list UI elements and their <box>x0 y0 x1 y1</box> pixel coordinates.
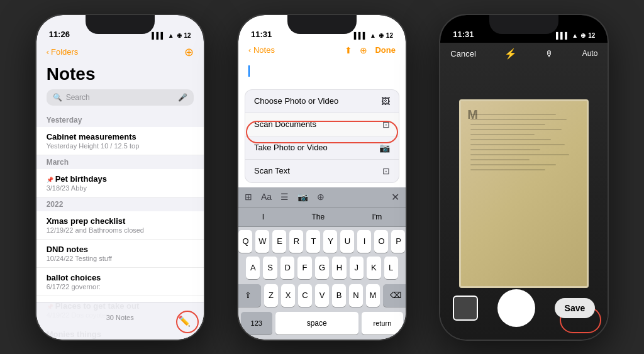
phone-notes-list: 11:26 ▌▌▌ ▲ ⊕ 12 ‹ Folders ⊕ Notes <box>35 14 205 341</box>
document-inner: M <box>461 101 587 286</box>
toolbar-format-icon[interactable]: Aa <box>261 192 272 202</box>
share-icon[interactable]: ⬆ <box>345 45 352 55</box>
status-time-1: 11:26 <box>49 30 70 39</box>
search-mic-icon[interactable]: 🎤 <box>178 93 187 102</box>
key-v[interactable]: V <box>315 284 329 307</box>
key-h[interactable]: H <box>332 257 346 279</box>
key-z[interactable]: Z <box>264 284 278 307</box>
menu-label-take-photo: Take Photo or Video <box>254 143 328 152</box>
mic-icon[interactable]: 🎙 <box>545 49 553 58</box>
nav-icon-1[interactable]: ⊕ <box>184 45 194 59</box>
key-m[interactable]: M <box>366 284 380 307</box>
menu-label-photo: Choose Photo or Video <box>254 96 338 106</box>
list-item[interactable]: DND notes 10/24/22 Testing stuff <box>36 240 204 268</box>
status-bar-2: 11:31 ▌▌▌ ▲ ⊕ 12 <box>238 15 406 43</box>
scan-text-icon: ⊡ <box>382 166 390 176</box>
key-shift[interactable]: ⇧ <box>238 284 261 307</box>
key-q[interactable]: Q <box>238 230 252 253</box>
key-c[interactable]: C <box>298 284 312 307</box>
cancel-button-cam[interactable]: Cancel <box>450 49 475 58</box>
key-l[interactable]: L <box>384 257 398 279</box>
key-o[interactable]: O <box>374 230 388 253</box>
list-item[interactable]: Cabinet measurements Yesterday Height 10… <box>36 127 204 155</box>
nav-bar-1: ‹ Folders ⊕ <box>36 43 204 64</box>
list-item[interactable]: Xmas prep checklist 12/19/22 and Bathroo… <box>36 211 204 240</box>
done-button[interactable]: Done <box>375 45 396 55</box>
toolbar-bullet-icon[interactable]: ☰ <box>280 192 289 202</box>
keyboard-row-1: Q W E R T Y U I O P <box>238 227 406 255</box>
thumbnail-preview[interactable] <box>453 296 478 321</box>
key-d[interactable]: D <box>280 257 294 279</box>
key-i[interactable]: I <box>357 230 371 253</box>
keyboard-row-4: 123 space return <box>238 309 406 340</box>
bottom-bar-1: 30 Notes ✏️ <box>36 302 204 340</box>
key-u[interactable]: U <box>340 230 354 253</box>
status-time-3: 11:31 <box>453 30 474 39</box>
key-r[interactable]: R <box>289 230 303 253</box>
search-bar[interactable]: 🔍 Search 🎤 <box>47 89 194 106</box>
doc-line-8 <box>470 149 540 150</box>
compose-icon: ✏️ <box>178 315 191 327</box>
toolbar-table-icon[interactable]: ⊞ <box>245 192 252 202</box>
list-item[interactable]: 📌Pet birthdays 3/18/23 Abby <box>36 169 204 197</box>
back-button-1[interactable]: ‹ Folders <box>47 47 79 57</box>
section-2022: 2022 <box>36 197 204 211</box>
toolbar-camera-icon[interactable]: 📷 <box>297 192 308 202</box>
key-space[interactable]: space <box>275 312 358 335</box>
more-icon[interactable]: ⊕ <box>360 45 367 55</box>
camera-top-bar: Cancel ⚡ 🎙 Auto <box>440 43 608 65</box>
key-p[interactable]: P <box>391 230 405 253</box>
search-icon: 🔍 <box>53 93 62 102</box>
key-e[interactable]: E <box>272 230 286 253</box>
phone-camera: 11:31 ▌▌▌ ▲ ⊕ 12 Cancel ⚡ 🎙 Auto <box>439 14 609 341</box>
key-k[interactable]: K <box>367 257 380 279</box>
key-w[interactable]: W <box>255 230 269 253</box>
text-cursor <box>248 65 250 77</box>
key-a[interactable]: A <box>246 257 260 279</box>
key-n[interactable]: N <box>349 284 363 307</box>
menu-item-photo[interactable]: Choose Photo or Video 🖼 <box>245 90 399 113</box>
key-f[interactable]: F <box>297 257 311 279</box>
section-yesterday: Yesterday <box>36 113 204 127</box>
camera-background: M <box>440 43 608 340</box>
shutter-button[interactable] <box>497 289 535 327</box>
section-march: March <box>36 155 204 169</box>
doc-line-12 <box>470 169 545 170</box>
doc-line-3 <box>470 124 545 125</box>
key-g[interactable]: G <box>315 257 329 279</box>
toolbar-draw-icon[interactable]: ⊕ <box>317 192 325 202</box>
key-s[interactable]: S <box>263 257 277 279</box>
flash-icon[interactable]: ⚡ <box>504 48 517 60</box>
key-return[interactable]: return <box>362 312 403 335</box>
key-t[interactable]: T <box>306 230 320 253</box>
menu-item-scan[interactable]: Scan Documents ⊡ <box>245 113 399 136</box>
keyboard-area: ⊞ Aa ☰ 📷 ⊕ ✕ I The I'm Q W E <box>238 187 406 340</box>
keyboard-row-3: ⇧ Z X C V B N M ⌫ <box>238 281 406 309</box>
doc-line-6 <box>470 139 551 140</box>
camera-bottom: Save <box>440 289 608 327</box>
toolbar-close-icon[interactable]: ✕ <box>391 191 399 203</box>
key-x[interactable]: X <box>281 284 295 307</box>
menu-label-scan-text: Scan Text <box>254 166 290 175</box>
save-button-cam[interactable]: Save <box>555 298 596 318</box>
predictive-im[interactable]: I'm <box>366 211 389 223</box>
phone1-screen: 11:26 ▌▌▌ ▲ ⊕ 12 ‹ Folders ⊕ Notes <box>36 15 204 340</box>
key-b[interactable]: B <box>332 284 346 307</box>
auto-label[interactable]: Auto <box>582 49 598 58</box>
predictive-i[interactable]: I <box>256 211 270 223</box>
predictive-the[interactable]: The <box>305 211 331 223</box>
phone3-screen: 11:31 ▌▌▌ ▲ ⊕ 12 Cancel ⚡ 🎙 Auto <box>440 15 608 340</box>
status-icons-1: ▌▌▌ ▲ ⊕ 12 <box>152 32 191 39</box>
menu-item-scan-text[interactable]: Scan Text ⊡ <box>245 160 399 182</box>
key-delete[interactable]: ⌫ <box>383 284 406 307</box>
status-icons-2: ▌▌▌ ▲ ⊕ 12 <box>354 32 393 39</box>
key-y[interactable]: Y <box>323 230 337 253</box>
back-button-2[interactable]: ‹ Notes <box>248 45 275 55</box>
menu-item-take-photo[interactable]: Take Photo or Video 📷 <box>245 136 399 160</box>
key-123[interactable]: 123 <box>241 312 272 335</box>
status-bar-1: 11:26 ▌▌▌ ▲ ⊕ 12 <box>36 15 204 43</box>
compose-button[interactable]: ✏️ <box>175 312 194 331</box>
doc-line-2 <box>470 119 567 120</box>
list-item[interactable]: ballot choices 6/17/22 governor: <box>36 268 204 296</box>
key-j[interactable]: J <box>350 257 364 279</box>
